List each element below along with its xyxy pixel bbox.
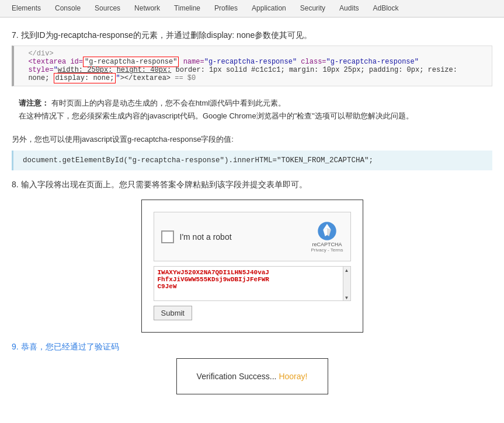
tab-profiles[interactable]: Profiles <box>207 0 245 17</box>
step8-heading: 8. 输入字段将出现在页面上。您只需要将答案令牌粘贴到该字段并提交表单即可。 <box>12 180 492 190</box>
success-hooray-text: Hooray! <box>279 372 307 381</box>
scroll-down-icon[interactable]: ▼ <box>345 295 349 300</box>
tab-application[interactable]: Application <box>245 0 293 17</box>
tab-network[interactable]: Network <box>127 0 167 17</box>
js-code-block: document.getElementById("g-recaptcha-res… <box>12 151 492 170</box>
success-main-text: Verification Success... <box>197 372 279 381</box>
step9-heading: 9. 恭喜，您已经通过了验证码 <box>12 342 492 352</box>
main-content: 7. 找到ID为g-recaptcha-response的元素，并通过删除dis… <box>0 18 504 406</box>
recaptcha-icon <box>317 221 338 242</box>
note-block: 请注意： 有时页面上的内容是动态生成的，您不会在html源代码中看到此元素。 在… <box>12 92 492 127</box>
token-scrollbar[interactable]: ▲ ▼ <box>343 266 351 301</box>
code-line-display: none; display: none;"></textarea> == $0 <box>20 74 486 82</box>
recaptcha-checkbox[interactable] <box>161 230 174 243</box>
note-text1: 有时页面上的内容是动态生成的，您不会在html源代码中看到此元素。 <box>51 99 286 107</box>
tab-adblock[interactable]: AdBlock <box>366 0 405 17</box>
devtools-tabs-bar: Elements Console Sources Network Timelin… <box>0 0 504 18</box>
tab-security[interactable]: Security <box>293 0 332 17</box>
recaptcha-logo: reCAPTCHA Privacy - Terms <box>311 221 343 253</box>
display-attribute-highlight: display: none; <box>54 73 116 83</box>
also-text: 另外，您也可以使用javascript设置g-recaptcha-respons… <box>12 134 492 145</box>
step7-heading: 7. 找到ID为g-recaptcha-response的元素，并通过删除dis… <box>12 30 492 41</box>
tab-elements[interactable]: Elements <box>5 0 48 17</box>
token-textarea[interactable]: IWAXYwJ520X2NA7QDI1LHN5J40vaJ FhfxJiVGWW… <box>154 266 343 301</box>
recaptcha-left: I'm not a robot <box>161 230 232 243</box>
recaptcha-label: I'm not a robot <box>180 232 232 242</box>
code-line-textarea: <textarea id="g-recaptcha-response" name… <box>20 58 486 66</box>
tab-timeline[interactable]: Timeline <box>167 0 207 17</box>
recaptcha-brand-label: reCAPTCHA <box>312 242 342 247</box>
note-label: 请注意： <box>19 99 49 107</box>
scroll-up-icon[interactable]: ▲ <box>345 268 349 273</box>
submit-button[interactable]: Submit <box>154 306 192 320</box>
widget-container: I'm not a robot reCAPTCHA Privacy - Term… <box>141 200 363 333</box>
token-area-container: IWAXYwJ520X2NA7QDI1LHN5J40vaJ FhfxJiVGWW… <box>154 266 351 301</box>
tab-sources[interactable]: Sources <box>88 0 127 17</box>
recaptcha-box: I'm not a robot reCAPTCHA Privacy - Term… <box>154 212 351 261</box>
code-block: </div> <textarea id="g-recaptcha-respons… <box>12 46 492 86</box>
recaptcha-privacy-label: Privacy - Terms <box>311 247 343 253</box>
success-box: Verification Success... Hooray! <box>176 358 328 394</box>
tab-console[interactable]: Console <box>48 0 88 17</box>
tab-audits[interactable]: Audits <box>332 0 366 17</box>
note-text2: 在这种情况下，您必须探索生成内容的javascript代码。Google Chr… <box>19 111 413 120</box>
